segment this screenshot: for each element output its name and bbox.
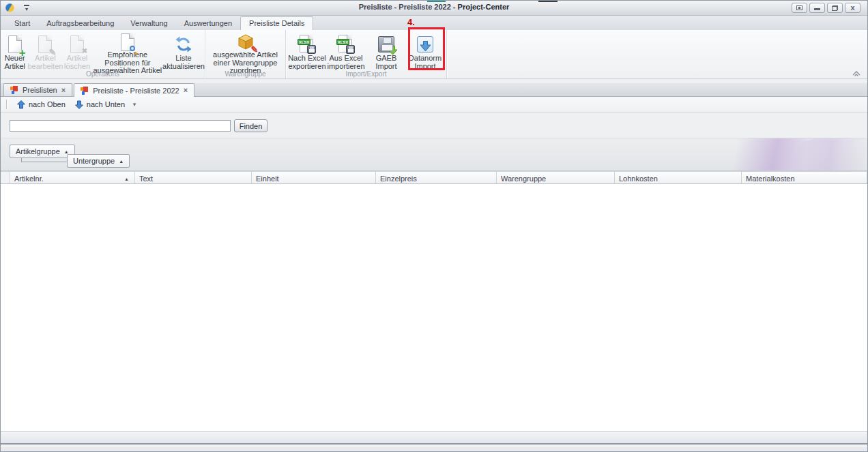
- delete-article-button[interactable]: ✖ Artikel löschen: [63, 31, 91, 71]
- excel-export-icon: XLSX: [298, 33, 317, 55]
- list-toolbar: nach Oben nach Unten ▾: [1, 97, 867, 112]
- excel-export-button[interactable]: XLSX Nach Excel exportieren: [287, 31, 327, 71]
- column-header-materialkosten[interactable]: Materialkosten: [742, 172, 867, 183]
- collapse-ribbon-icon[interactable]: [851, 70, 862, 77]
- gaeb-import-icon: [378, 33, 394, 55]
- find-button[interactable]: Finden: [234, 119, 267, 132]
- delete-article-icon: ✖: [70, 33, 84, 55]
- excel-import-icon: XLSX: [336, 33, 356, 55]
- top-edge-dark-segment: [538, 1, 558, 2]
- group-by-panel: Artikelgruppe ▲ Untergruppe ▲: [1, 138, 867, 171]
- fit-icon: [796, 5, 802, 10]
- ribbon-group-warengruppe: ✎ ausgewählte Artikel einer Warengruppe …: [205, 30, 286, 78]
- minimize-icon: [814, 8, 820, 10]
- group-by-artikelgruppe[interactable]: Artikelgruppe ▲: [10, 145, 75, 158]
- arrow-down-icon: [75, 100, 83, 109]
- ribbon-tab-auswertungen[interactable]: Auswertungen: [176, 17, 240, 30]
- ribbon-tab-verwaltung[interactable]: Verwaltung: [122, 17, 175, 30]
- new-article-icon: +: [8, 33, 22, 55]
- group-label-import-export: Import/Export: [286, 70, 446, 78]
- close-icon: x: [850, 4, 854, 12]
- window-title: Preisliste - Preisliste 2022 - Project-C…: [1, 3, 867, 11]
- top-edge-teal-segment: [427, 1, 446, 2]
- pricelist-tab-icon: [10, 86, 18, 94]
- row-indicator-column: [1, 172, 10, 183]
- assign-warengruppe-button[interactable]: ✎ ausgewählte Artikel einer Warengruppe …: [207, 31, 284, 71]
- column-header-artikelnr[interactable]: Artikelnr. ▲: [10, 172, 135, 183]
- document-tab-bar: Preislisten × Preisliste - Preisliste 20…: [1, 83, 867, 97]
- window-bottom-edge: [1, 446, 867, 452]
- sort-asc-icon: ▲: [124, 177, 130, 181]
- tab-close-icon[interactable]: ×: [61, 87, 66, 94]
- close-button[interactable]: x: [845, 3, 860, 13]
- arrow-up-icon: [17, 100, 25, 109]
- search-input[interactable]: [10, 120, 231, 132]
- ribbon-tab-auftragsbearbeitung[interactable]: Auftragsbearbeitung: [38, 17, 122, 30]
- sort-asc-icon: ▲: [119, 159, 124, 164]
- highlight-box-datanorm: [408, 27, 445, 70]
- tab-preisliste-2022[interactable]: Preisliste - Preisliste 2022 ×: [74, 83, 194, 97]
- tab-close-icon[interactable]: ×: [184, 87, 188, 94]
- restore-button[interactable]: [827, 3, 843, 13]
- column-header-einheit[interactable]: Einheit: [252, 172, 376, 183]
- search-panel: Finden: [1, 112, 867, 138]
- move-up-button[interactable]: nach Oben: [12, 99, 70, 110]
- move-down-button[interactable]: nach Unten: [70, 99, 130, 110]
- refresh-icon: [175, 33, 192, 55]
- status-footer: [1, 431, 867, 445]
- search-document-icon: [121, 33, 134, 51]
- titlebar: ▾ Preisliste - Preisliste 2022 - Project…: [1, 1, 867, 16]
- refresh-list-button[interactable]: Liste aktualisieren: [164, 31, 203, 71]
- tab-preislisten[interactable]: Preislisten ×: [3, 83, 72, 96]
- minimize-button[interactable]: [809, 3, 825, 13]
- column-header-warengruppe[interactable]: Warengruppe: [497, 172, 615, 183]
- gaeb-import-button[interactable]: GAEB Import: [365, 31, 407, 71]
- ribbon-tab-start[interactable]: Start: [6, 17, 38, 30]
- column-header-lohnkosten[interactable]: Lohnkosten: [615, 172, 742, 183]
- toolbar-grip[interactable]: [6, 100, 8, 109]
- pricelist-tab-icon: [81, 87, 89, 95]
- recommended-positions-button[interactable]: Empfohlene Positionen für ausgewählten A…: [91, 31, 164, 71]
- table-body[interactable]: [1, 184, 867, 431]
- column-header-text[interactable]: Text: [135, 172, 252, 183]
- ribbon-group-operations: + Neuer Artikel ✎ Artikel bearbeiten ✖ A…: [1, 30, 205, 78]
- group-label-operations: Operations: [1, 70, 205, 78]
- toolbar-overflow-icon[interactable]: ▾: [130, 100, 139, 109]
- fit-window-button[interactable]: [792, 3, 807, 13]
- ribbon-tab-preisliste-details[interactable]: Preisliste Details: [240, 16, 313, 30]
- sort-asc-icon: ▲: [64, 149, 69, 154]
- column-header-einzelpreis[interactable]: Einzelpreis: [376, 172, 497, 183]
- edit-article-icon: ✎: [38, 33, 52, 55]
- group-by-untergruppe[interactable]: Untergruppe ▲: [67, 154, 130, 168]
- table-header-row: Artikelnr. ▲ Text Einheit Einzelpreis Wa…: [1, 171, 867, 184]
- group-connector-line: [21, 157, 67, 162]
- excel-import-button[interactable]: XLSX Aus Excel importieren: [327, 31, 365, 71]
- app-window: ▾ Preisliste - Preisliste 2022 - Project…: [0, 0, 868, 452]
- group-label-warengruppe: Warengruppe: [205, 70, 285, 78]
- restore-icon: [832, 5, 838, 11]
- annotation-step-number: 4.: [407, 17, 415, 27]
- edit-article-button[interactable]: ✎ Artikel bearbeiten: [27, 31, 63, 71]
- new-article-button[interactable]: + Neuer Artikel: [2, 31, 27, 71]
- cube-pencil-icon: ✎: [237, 33, 255, 51]
